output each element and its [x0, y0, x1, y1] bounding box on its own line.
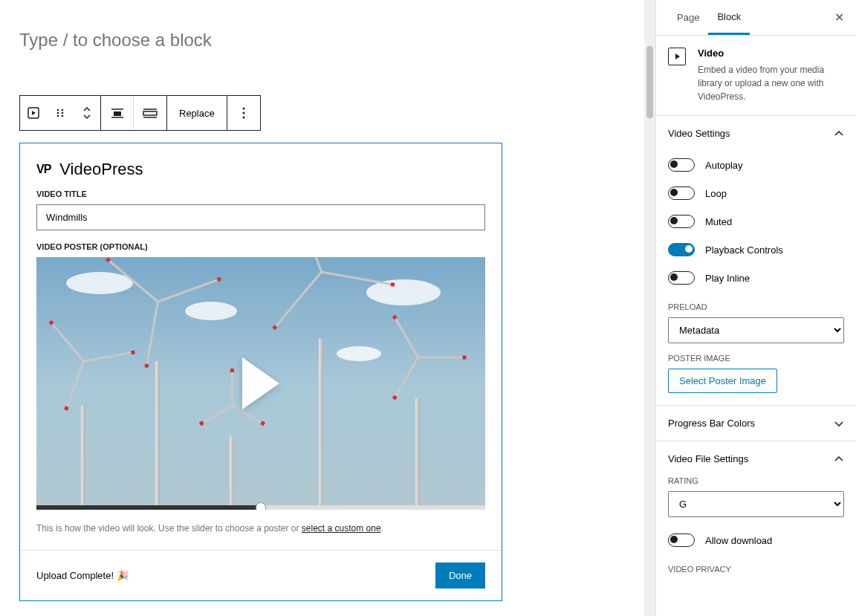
- svg-marker-1: [32, 111, 36, 115]
- rating-label: RATING: [668, 476, 844, 485]
- svg-point-15: [242, 112, 244, 114]
- editor-canvas: Type / to choose a block Replace: [0, 0, 644, 616]
- poster-help-text: This is how the video will look. Use the…: [36, 523, 485, 534]
- block-type-icon[interactable]: [20, 96, 47, 130]
- toggle-allow-download[interactable]: [668, 534, 695, 547]
- toggle-loop[interactable]: [668, 187, 695, 200]
- block-name: Video: [698, 48, 844, 59]
- inspector-sidebar: Page Block ✕ Video Embed a video from yo…: [655, 0, 856, 616]
- chevron-up-icon: [834, 131, 844, 137]
- rating-select[interactable]: G: [668, 491, 844, 517]
- svg-point-4: [57, 112, 59, 114]
- block-toolbar: Replace: [19, 95, 261, 131]
- video-poster-label: VIDEO POSTER (OPTIONAL): [36, 242, 485, 251]
- toggle-autoplay[interactable]: [668, 158, 695, 172]
- replace-button[interactable]: Replace: [167, 96, 227, 130]
- video-title-input[interactable]: [36, 204, 485, 230]
- poster-frame-slider[interactable]: [36, 505, 485, 510]
- tab-page[interactable]: Page: [668, 1, 708, 33]
- panel-video-file-settings[interactable]: Video File Settings: [656, 441, 856, 476]
- video-block-icon: [668, 48, 686, 65]
- toggle-muted[interactable]: [668, 215, 695, 228]
- close-icon[interactable]: ✕: [834, 10, 844, 25]
- tab-block[interactable]: Block: [708, 1, 750, 35]
- svg-rect-9: [114, 111, 121, 116]
- svg-point-6: [57, 115, 59, 117]
- videopress-logo: VP: [36, 163, 51, 176]
- videopress-block: VP VideoPress VIDEO TITLE VIDEO POSTER (…: [19, 143, 502, 601]
- svg-rect-12: [143, 111, 157, 115]
- panel-video-settings[interactable]: Video Settings: [656, 116, 856, 151]
- upload-status: Upload Complete! 🎉: [36, 570, 129, 581]
- preload-label: PRELOAD: [668, 302, 844, 311]
- poster-image-label: POSTER IMAGE: [668, 354, 844, 363]
- video-title-label: VIDEO TITLE: [36, 189, 485, 198]
- toggle-playback-controls[interactable]: [668, 243, 695, 256]
- align-icon[interactable]: [101, 96, 134, 130]
- play-icon[interactable]: [242, 357, 279, 409]
- svg-point-14: [242, 108, 244, 110]
- video-privacy-label: VIDEO PRIVACY: [668, 565, 844, 574]
- done-button[interactable]: Done: [435, 562, 485, 589]
- wide-align-icon[interactable]: [134, 96, 166, 130]
- drag-handle-icon[interactable]: [47, 96, 74, 130]
- preload-select[interactable]: Metadata: [668, 317, 844, 343]
- chevron-up-icon: [834, 456, 844, 462]
- panel-progress-bar-colors[interactable]: Progress Bar Colors: [656, 406, 856, 441]
- video-poster-preview: [36, 257, 485, 510]
- select-custom-poster-link[interactable]: select a custom one: [302, 523, 381, 534]
- toggle-play-inline[interactable]: [668, 271, 695, 285]
- svg-point-5: [62, 112, 64, 114]
- svg-point-16: [242, 117, 244, 119]
- scrollbar[interactable]: [644, 0, 655, 616]
- block-description: Embed a video from your media library or…: [698, 63, 844, 103]
- chevron-down-icon: [834, 421, 844, 427]
- svg-point-7: [62, 115, 64, 117]
- videopress-title: VideoPress: [59, 160, 143, 179]
- more-options-icon[interactable]: [227, 96, 260, 130]
- title-placeholder[interactable]: Type / to choose a block: [19, 30, 625, 51]
- svg-point-3: [62, 109, 64, 111]
- select-poster-button[interactable]: Select Poster Image: [668, 369, 777, 393]
- svg-point-2: [57, 109, 59, 111]
- move-updown-icon[interactable]: [74, 96, 100, 130]
